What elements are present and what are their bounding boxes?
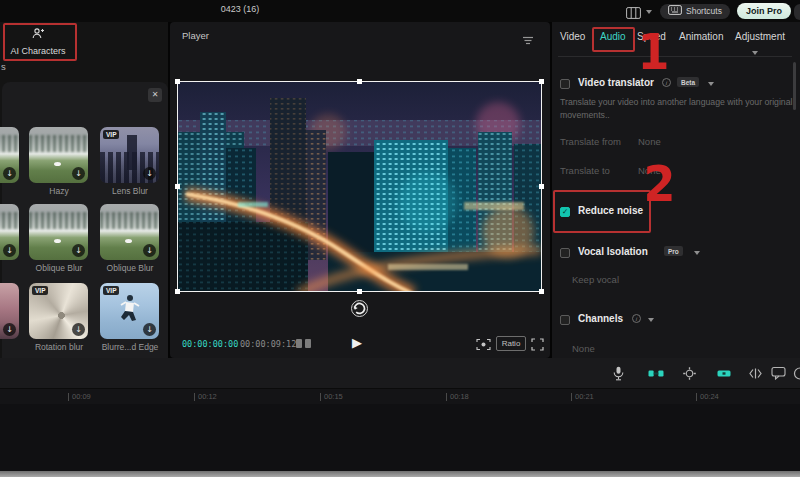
channels-checkbox[interactable] — [560, 315, 570, 325]
translate-from-value[interactable]: None — [638, 136, 661, 147]
video-translator-desc-line2: movements.. — [560, 109, 796, 122]
effects-sidebar: s AI Characters ✕ ↓ ↓ Hazy VIP ↓ Lens Bl… — [0, 22, 168, 358]
ratio-button[interactable]: Ratio — [496, 336, 526, 351]
divider — [558, 56, 792, 57]
timeline-tracks[interactable] — [0, 404, 800, 471]
close-icon[interactable]: ✕ — [148, 88, 162, 102]
fit-icon[interactable] — [476, 337, 491, 355]
effect-card[interactable]: VIP ↓ — [100, 283, 159, 339]
selection-handle[interactable] — [175, 289, 180, 294]
shortcuts-button[interactable]: Shortcuts — [660, 4, 730, 19]
download-icon[interactable]: ↓ — [143, 244, 156, 257]
section-collapse-icon[interactable] — [752, 51, 758, 55]
annotation-box-ai-characters — [3, 23, 77, 61]
selection-handle[interactable] — [539, 184, 544, 189]
effect-card[interactable]: VIP ↓ — [29, 283, 88, 339]
timeline-ruler[interactable]: 00:09 00:12 00:15 00:18 00:21 00:24 — [0, 389, 800, 404]
download-icon[interactable]: ↓ — [143, 167, 156, 180]
ruler-tick: 00:15 — [324, 392, 343, 401]
timeline: 00:09 00:12 00:15 00:18 00:21 00:24 — [0, 358, 800, 477]
frame-chip-icon[interactable] — [296, 339, 302, 348]
translate-to-label: Translate to — [560, 165, 610, 176]
ruler-tick: 00:09 — [72, 392, 91, 401]
layout-icon[interactable] — [626, 5, 641, 23]
video-translator-checkbox[interactable] — [560, 79, 570, 89]
microphone-icon[interactable] — [612, 366, 625, 385]
translate-from-label: Translate from — [560, 136, 621, 147]
title-bar: 0423 (16) Shortcuts Join Pro — [0, 0, 800, 22]
effects-browser: ✕ ↓ ↓ Hazy VIP ↓ Lens Blur ↓ ↓ Oblique B… — [2, 82, 168, 358]
duration-timecode: 00:00:09:12 — [240, 339, 296, 349]
rotate-handle[interactable] — [351, 300, 368, 317]
download-icon[interactable]: ↓ — [72, 167, 85, 180]
channels-label: Channels — [578, 313, 623, 324]
beta-badge: Beta — [677, 77, 699, 87]
effect-card-partial[interactable]: ↓ — [0, 204, 19, 260]
effect-name: Lens Blur — [95, 186, 165, 196]
ruler-tick: 00:18 — [450, 392, 469, 401]
download-icon[interactable]: ↓ — [3, 244, 16, 257]
effect-card[interactable]: ↓ — [29, 204, 88, 260]
cityscape-frame — [178, 82, 541, 291]
nav-fragment: s — [1, 61, 6, 72]
effect-card-partial[interactable]: ↓ — [0, 283, 19, 339]
ruler-tick: 00:24 — [700, 392, 719, 401]
effect-card-partial[interactable]: ↓ — [0, 127, 19, 183]
selection-handle[interactable] — [175, 184, 180, 189]
play-button[interactable]: ▶ — [352, 335, 362, 350]
download-icon[interactable]: ↓ — [72, 323, 85, 336]
current-timecode: 00:00:00:00 — [182, 339, 238, 349]
audio-strip-toggle-icon[interactable] — [648, 366, 664, 385]
tab-video[interactable]: Video — [560, 31, 585, 42]
download-icon[interactable]: ↓ — [72, 244, 85, 257]
vocal-isolation-caret-icon[interactable] — [694, 251, 700, 255]
annotation-box-audio-tab — [592, 27, 635, 52]
selection-handle[interactable] — [175, 79, 180, 84]
keyboard-icon — [668, 5, 682, 17]
ruler-tick: 00:21 — [575, 392, 594, 401]
annotation-step-1: 1 — [637, 27, 669, 77]
video-strip-toggle-icon[interactable] — [716, 366, 732, 385]
vocal-isolation-checkbox[interactable] — [560, 248, 570, 258]
project-title: 0423 (16) — [198, 4, 282, 14]
player-menu-icon[interactable] — [522, 31, 534, 49]
selection-handle[interactable] — [357, 289, 362, 294]
effects-control-icon[interactable] — [682, 366, 697, 385]
shortcuts-label: Shortcuts — [686, 6, 722, 16]
download-icon[interactable]: ↓ — [3, 323, 16, 336]
video-translator-caret-icon[interactable] — [708, 82, 714, 86]
annotation-step-2: 2 — [643, 159, 675, 209]
effect-name: Oblique Blur — [95, 263, 165, 273]
effect-card[interactable]: ↓ — [29, 127, 88, 183]
join-pro-button[interactable]: Join Pro — [737, 3, 791, 19]
selection-handle[interactable] — [357, 79, 362, 84]
download-icon[interactable]: ↓ — [143, 323, 156, 336]
tab-adjustment[interactable]: Adjustment — [735, 31, 785, 42]
frame-chip-icon[interactable] — [305, 339, 311, 348]
tab-animation[interactable]: Animation — [679, 31, 723, 42]
vip-badge: VIP — [103, 130, 119, 139]
player-panel: Player — [170, 22, 550, 358]
selection-handle[interactable] — [539, 79, 544, 84]
effect-name: Rotation blur — [24, 342, 94, 352]
fullscreen-icon[interactable] — [531, 337, 544, 355]
download-icon[interactable]: ↓ — [3, 167, 16, 180]
effect-card[interactable]: ↓ — [100, 204, 159, 260]
record-icon[interactable] — [792, 366, 800, 385]
info-icon[interactable]: i — [632, 314, 641, 323]
partial-button — [794, 4, 800, 20]
effect-card[interactable]: VIP ↓ — [100, 127, 159, 183]
effect-name: Blurre...d Edge — [95, 342, 165, 352]
ratio-label: Ratio — [502, 339, 521, 348]
video-preview[interactable] — [178, 82, 541, 291]
captions-icon[interactable] — [771, 366, 786, 384]
player-header: Player — [182, 30, 209, 41]
selection-handle[interactable] — [539, 289, 544, 294]
layout-caret-icon[interactable] — [646, 10, 652, 14]
vocal-isolation-label: Vocal Isolation — [578, 246, 648, 257]
split-clip-icon[interactable] — [748, 366, 763, 385]
effect-name: Hazy — [24, 186, 94, 196]
vip-badge: VIP — [32, 286, 48, 295]
channels-caret-icon[interactable] — [648, 318, 654, 322]
timeline-scrollbar[interactable] — [0, 471, 800, 477]
